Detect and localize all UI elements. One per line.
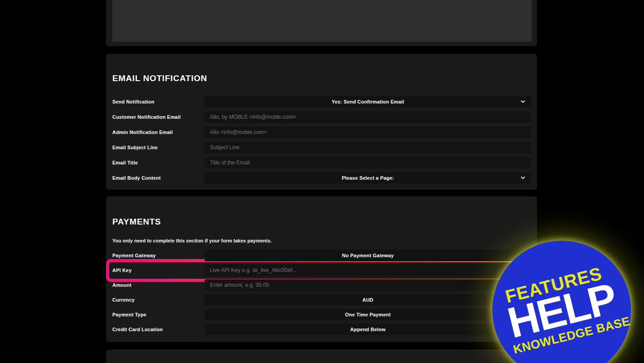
bottom-panel <box>106 350 537 363</box>
email-body-content-row: Email Body Content Please Select a Page: <box>112 172 531 184</box>
email-title-input[interactable] <box>205 157 531 169</box>
field-label: Currency <box>112 297 205 302</box>
customer-notification-email-row: Customer Notification Email <box>112 111 531 123</box>
field-label: Customer Notification Email <box>112 114 205 120</box>
field-label: Payment Type <box>112 312 205 317</box>
admin-notification-email-input[interactable] <box>205 126 531 138</box>
currency-row: Currency AUD <box>112 294 531 306</box>
select-value: AUD <box>363 297 373 302</box>
chevron-down-icon <box>521 177 525 179</box>
field-label: Email Title <box>112 160 205 165</box>
field-label: Send Notification <box>112 99 205 104</box>
payment-gateway-row: Payment Gateway No Payment Gateway <box>112 250 531 261</box>
chevron-down-icon <box>521 100 525 103</box>
amount-input[interactable] <box>205 279 531 291</box>
credit-card-location-row: Credit Card Location Append Below <box>112 324 531 335</box>
send-notification-row: Send Notification Yes: Send Confirmation… <box>112 96 531 108</box>
top-panel-content-area <box>112 0 532 42</box>
send-notification-select[interactable]: Yes: Send Confirmation Email <box>205 96 531 108</box>
payments-note: You only need to complete this section i… <box>112 238 537 244</box>
select-value: No Payment Gateway <box>342 253 393 258</box>
email-section-title: EMAIL NOTIFICATION <box>112 54 537 84</box>
payment-gateway-select[interactable]: No Payment Gateway <box>205 250 531 261</box>
field-label: Admin Notification Email <box>112 130 205 135</box>
email-body-content-select[interactable]: Please Select a Page: <box>205 172 531 184</box>
field-label: Payment Gateway <box>112 253 205 258</box>
email-subject-line-input[interactable] <box>205 142 531 153</box>
field-label: Credit Card Location <box>112 327 205 332</box>
select-value: Yes: Send Confirmation Email <box>332 99 404 104</box>
select-value: Append Below <box>350 327 386 332</box>
field-label: Email Body Content <box>112 175 205 181</box>
currency-select[interactable]: AUD <box>205 294 531 306</box>
select-value: One Time Payment <box>345 312 391 317</box>
email-notification-section: EMAIL NOTIFICATION Send Notification Yes… <box>106 54 537 190</box>
customer-notification-email-input[interactable] <box>205 111 531 123</box>
payments-section: PAYMENTS You only need to complete this … <box>106 196 537 342</box>
credit-card-location-select[interactable]: Append Below <box>205 324 531 335</box>
email-subject-line-row: Email Subject Line <box>112 142 531 153</box>
field-label: Amount <box>112 282 205 288</box>
payment-type-row: Payment Type One Time Payment <box>112 309 531 320</box>
payments-section-title: PAYMENTS <box>112 196 537 227</box>
field-label: API Key <box>112 268 205 273</box>
api-key-input[interactable] <box>205 264 531 276</box>
amount-row: Amount <box>112 279 531 291</box>
select-value: Please Select a Page: <box>342 175 394 181</box>
field-label: Email Subject Line <box>112 145 205 150</box>
top-panel <box>106 0 537 46</box>
admin-notification-email-row: Admin Notification Email <box>112 126 531 138</box>
api-key-row: API Key <box>112 264 531 276</box>
email-title-row: Email Title <box>112 157 531 169</box>
payment-type-select[interactable]: One Time Payment <box>205 309 531 320</box>
